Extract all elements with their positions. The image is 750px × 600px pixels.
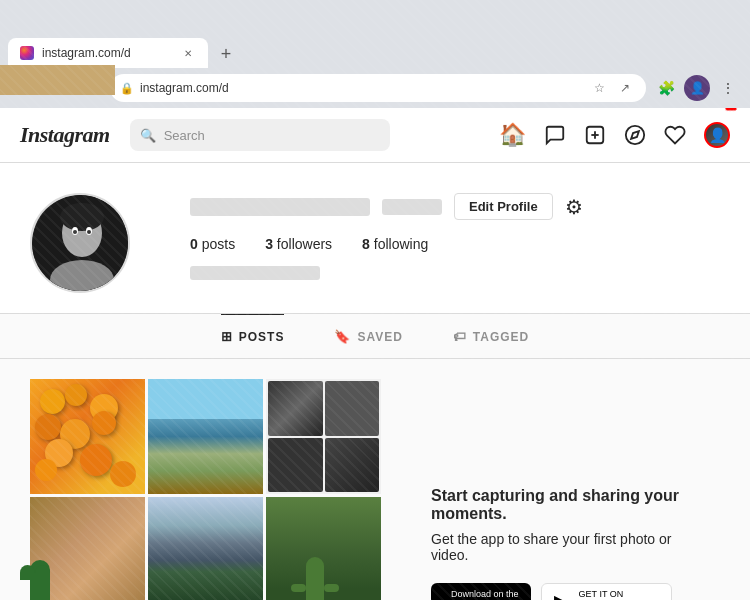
heart-icon[interactable] bbox=[664, 124, 686, 146]
google-play-text: GET IT ON Google Play bbox=[579, 590, 660, 600]
svg-marker-4 bbox=[631, 131, 639, 139]
instagram-page: Instagram 🔍 Search 🏠 bbox=[0, 108, 750, 600]
compose-icon[interactable] bbox=[584, 124, 606, 146]
home-icon[interactable]: 🏠 bbox=[499, 122, 526, 148]
instagram-logo: Instagram bbox=[20, 122, 110, 148]
ig-header-inner: Instagram 🔍 Search 🏠 bbox=[0, 108, 750, 162]
content-area: Start capturing and sharing your moments… bbox=[0, 359, 750, 600]
explore-icon[interactable] bbox=[624, 124, 646, 146]
ig-nav-icons: 🏠 👤 ➜ bbox=[499, 122, 730, 148]
google-play-icon: ▶ bbox=[554, 590, 571, 601]
grid-cell-6[interactable] bbox=[266, 497, 381, 600]
svg-point-3 bbox=[626, 126, 644, 144]
photo-grid bbox=[30, 379, 381, 600]
search-icon: 🔍 bbox=[140, 128, 156, 143]
profile-avatar-header[interactable]: 👤 ➜ bbox=[704, 122, 730, 148]
ig-header: Instagram 🔍 Search 🏠 bbox=[0, 108, 750, 163]
search-placeholder: Search bbox=[164, 128, 205, 143]
messenger-icon[interactable] bbox=[544, 124, 566, 146]
google-play-badge[interactable]: ▶ GET IT ON Google Play ✓ bbox=[541, 583, 673, 601]
search-bar[interactable]: 🔍 Search bbox=[130, 119, 390, 151]
red-arrow-annotation: ➜ bbox=[714, 108, 750, 123]
